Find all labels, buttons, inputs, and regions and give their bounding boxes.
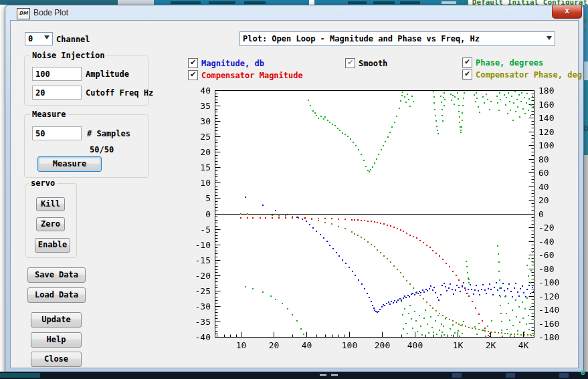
servo-group: servo Kill Zero Enable <box>25 183 77 258</box>
compensator-phase-checkbox-label: Compensator Phase, deg <box>476 70 582 80</box>
compensator-magnitude-checkbox[interactable]: ✔ <box>188 70 198 80</box>
magnitude-checkbox-label: Magnitude, db <box>201 59 264 68</box>
plot-type-value: Plot: Open Loop - Magnitude and Phase vs… <box>243 34 480 43</box>
measure-button[interactable]: Measure <box>37 156 102 172</box>
measure-group: Measure # Samples 50/50 Measure <box>24 114 149 178</box>
taskbar-strip <box>0 372 588 379</box>
background-code-fragment: 6 <box>581 368 585 377</box>
app-icon: DM <box>17 8 30 19</box>
chevron-down-icon <box>547 36 552 40</box>
update-button[interactable]: Update <box>31 312 82 328</box>
noise-injection-group: Noise Injection Amplitude Cutoff Freq Hz <box>24 55 149 106</box>
bode-plot-window: DM Bode Plot x 0 Channel Plot: Open Loop… <box>5 5 584 373</box>
num-samples-label: # Samples <box>87 129 130 138</box>
bode-plot-canvas <box>185 85 569 352</box>
magnitude-checkbox[interactable]: ✔ <box>188 58 198 68</box>
kill-button[interactable]: Kill <box>36 197 65 211</box>
smooth-checkbox[interactable]: ✔ <box>345 58 355 68</box>
channel-label: Channel <box>56 35 90 44</box>
background-strip <box>118 0 154 5</box>
window-close-button[interactable]: x <box>552 5 582 19</box>
phase-checkbox[interactable]: ✔ <box>462 57 472 68</box>
num-samples-input[interactable] <box>32 126 82 140</box>
save-data-button[interactable]: Save Data <box>27 267 86 283</box>
noise-injection-title: Noise Injection <box>30 51 106 60</box>
load-data-button[interactable]: Load Data <box>27 287 86 303</box>
background-code-fragment: D <box>584 124 588 133</box>
amplitude-label: Amplitude <box>86 70 129 79</box>
help-button[interactable]: Help <box>31 332 82 348</box>
cutoff-freq-label: Cutoff Freq Hz <box>86 88 153 98</box>
zero-button[interactable]: Zero <box>36 217 65 231</box>
channel-select[interactable]: 0 <box>25 32 53 45</box>
sample-progress: 50/50 <box>90 145 114 154</box>
compensator-phase-checkbox[interactable]: ✔ <box>462 70 472 80</box>
phase-checkbox-label: Phase, degrees <box>476 58 543 68</box>
chevron-down-icon <box>44 35 50 39</box>
plot-type-select[interactable]: Plot: Open Loop - Magnitude and Phase vs… <box>239 31 555 46</box>
cutoff-freq-input[interactable] <box>32 86 82 100</box>
smooth-checkbox-label: Smooth <box>359 59 387 68</box>
measure-title: Measure <box>30 110 68 119</box>
dialog-client-area: 0 Channel Plot: Open Loop - Magnitude an… <box>10 20 579 368</box>
close-button[interactable]: Close <box>31 352 82 367</box>
enable-button[interactable]: Enable <box>35 238 70 253</box>
channel-value: 0 <box>28 34 33 43</box>
window-title: Bode Plot <box>33 8 68 17</box>
compensator-magnitude-checkbox-label: Compensator Magnitude <box>201 71 303 80</box>
amplitude-input[interactable] <box>32 67 82 81</box>
title-bar[interactable]: DM Bode Plot x <box>5 5 583 21</box>
servo-title: servo <box>29 178 57 188</box>
background-window-strip <box>0 0 118 5</box>
desktop: // Default Initial Configurati x r D DM … <box>0 0 588 379</box>
